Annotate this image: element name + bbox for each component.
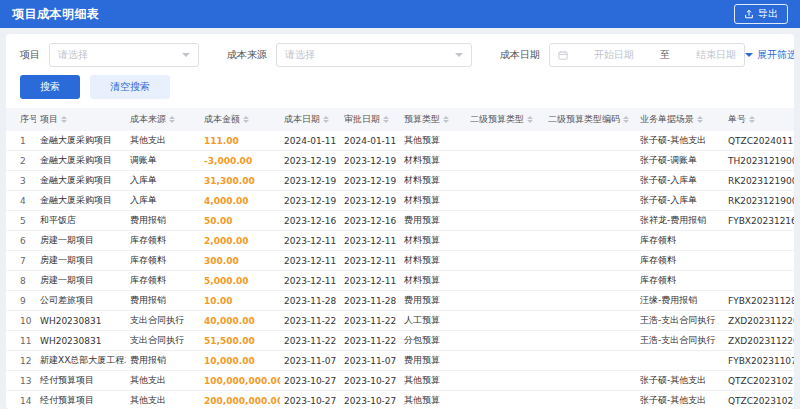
cost-source-filter-label: 成本来源 [227,48,267,62]
cell-sub-budget-type-code [544,311,636,331]
table-row[interactable]: 8房建一期项目库存领料5,000.002023-12-112023-12-11材… [6,271,794,291]
table-row[interactable]: 9公司差旅项目费用报销10.002023-11-282023-11-28费用预算… [6,291,794,311]
cell-business-doc-scene: 张子硕-入库单 [636,191,724,211]
table-body: 1金融大厦采购项目其他支出111.002024-01-112024-01-11其… [6,131,794,409]
cell-cost-date: 2023-10-27 [280,371,340,391]
cell-sub-budget-type [466,231,544,251]
cell-budget-type: 材料预算 [400,251,466,271]
cell-cost-source: 费用报销 [126,211,200,231]
table-row[interactable]: 2金融大厦采购项目调账单-3,000.002023-12-192023-12-1… [6,151,794,171]
table-row[interactable]: 4金融大厦采购项目入库单4,000.002023-12-192023-12-19… [6,191,794,211]
cost-date-range-picker[interactable]: 开始日期 至 结束日期 [549,43,745,67]
column-header-budget-type[interactable]: 预算类型 [400,108,466,131]
search-button[interactable]: 搜索 [20,75,80,99]
column-header-sub-budget-type-code[interactable]: 二级预算类型编码 [544,108,636,131]
sort-icon[interactable] [443,116,449,123]
cell-budget-type: 人工预算 [400,311,466,331]
sort-icon[interactable] [61,116,67,123]
cell-cost-date: 2023-12-16 [280,211,340,231]
cell-business-doc-scene: 王浩-支出合同执行 [636,311,724,331]
table-row[interactable]: 1金融大厦采购项目其他支出111.002024-01-112024-01-11其… [6,131,794,151]
column-header-cost-amount[interactable]: 成本金额 [200,108,280,131]
sort-icon[interactable] [243,116,249,123]
cell-budget-type: 费用预算 [400,291,466,311]
cell-sub-budget-type [466,311,544,331]
column-header-cost-source[interactable]: 成本来源 [126,108,200,131]
cell-doc-number [724,271,794,291]
cell-cost-date: 2023-11-07 [280,351,340,371]
clear-search-button[interactable]: 清空搜索 [90,75,170,99]
table-row[interactable]: 7房建一期项目库存领料300.002023-12-112023-12-11材料预… [6,251,794,271]
column-header-project[interactable]: 项目 [36,108,126,131]
table-header-row: 序号项目成本来源成本金额成本日期审批日期预算类型二级预算类型二级预算类型编码业务… [6,108,794,131]
table-row[interactable]: 14经付预算项目其他支出200,000,000.002023-10-272023… [6,391,794,409]
cell-cost-source: 费用报销 [126,351,200,371]
cell-sub-budget-type-code [544,271,636,291]
table-row[interactable]: 6房建一期项目库存领料2,000.002023-12-112023-12-11材… [6,231,794,251]
sort-icon[interactable] [749,116,755,123]
cell-sub-budget-type [466,271,544,291]
cell-sub-budget-type [466,331,544,351]
cost-source-select[interactable]: 请选择 [276,43,472,67]
column-header-cost-date[interactable]: 成本日期 [280,108,340,131]
cell-business-doc-scene: 库存领料 [636,271,724,291]
cell-project: 金融大厦采购项目 [36,151,126,171]
column-header-sub-budget-type[interactable]: 二级预算类型 [466,108,544,131]
cell-sub-budget-type-code [544,371,636,391]
cell-cost-source: 支出合同执行 [126,331,200,351]
sort-icon[interactable] [623,116,629,123]
cell-doc-number [724,251,794,271]
export-button[interactable]: 导出 [734,4,788,24]
cell-business-doc-scene: 张子硕-入库单 [636,171,724,191]
expand-filter-toggle[interactable]: 展开筛选 [745,48,794,62]
column-label: 项目 [40,114,58,124]
cell-cost-date: 2023-12-11 [280,231,340,251]
cell-cost-amount: 50.00 [200,211,280,231]
cell-cost-source: 库存领料 [126,271,200,291]
column-header-business-doc-scene[interactable]: 业务单据场景 [636,108,724,131]
cell-sub-budget-type-code [544,231,636,251]
cell-project: 金融大厦采购项目 [36,191,126,211]
filter-actions: 搜索 清空搜索 [6,73,794,108]
table-row[interactable]: 11WH20230831支出合同执行51,500.002023-11-22202… [6,331,794,351]
cell-cost-source: 调账单 [126,151,200,171]
cell-project: 房建一期项目 [36,231,126,251]
sort-icon[interactable] [169,116,175,123]
cell-sub-budget-type [466,251,544,271]
cell-approval-date: 2023-11-28 [340,291,400,311]
cell-doc-number: ZXD20231122002 [724,311,794,331]
sort-icon[interactable] [697,116,703,123]
column-label: 成本金额 [204,114,240,124]
cost-date-filter-group: 成本日期 开始日期 至 结束日期 [500,43,745,67]
cell-business-doc-scene: 张子硕-其他支出 [636,131,724,151]
cell-business-doc-scene: 库存领料 [636,231,724,251]
table-row[interactable]: 13经付预算项目其他支出100,000,000.002023-10-272023… [6,371,794,391]
column-header-doc-number[interactable]: 单号 [724,108,794,131]
cell-approval-date: 2023-12-11 [340,231,400,251]
column-label: 成本日期 [284,114,320,124]
cell-approval-date: 2023-10-27 [340,371,400,391]
project-filter-label: 项目 [20,48,40,62]
column-header-index[interactable]: 序号 [6,108,36,131]
cell-cost-amount: 31,300.00 [200,171,280,191]
project-select[interactable]: 请选择 [49,43,199,67]
cell-cost-source: 其他支出 [126,391,200,409]
table-row[interactable]: 10WH20230831支出合同执行40,000.002023-11-22202… [6,311,794,331]
date-separator: 至 [660,48,670,62]
cell-sub-budget-type-code [544,251,636,271]
sort-icon[interactable] [323,116,329,123]
cell-sub-budget-type-code [544,191,636,211]
cell-budget-type: 其他预算 [400,391,466,409]
table-row[interactable]: 3金融大厦采购项目入库单31,300.002023-12-192023-12-1… [6,171,794,191]
sort-icon[interactable] [383,116,389,123]
cell-cost-source: 库存领料 [126,251,200,271]
cell-approval-date: 2023-11-22 [340,331,400,351]
cell-budget-type: 其他预算 [400,371,466,391]
column-header-approval-date[interactable]: 审批日期 [340,108,400,131]
cell-sub-budget-type-code [544,151,636,171]
sort-icon[interactable] [527,116,533,123]
table-row[interactable]: 12新建XX总部大厦工程二期费用报销10,000.002023-11-07202… [6,351,794,371]
cell-project: 金融大厦采购项目 [36,131,126,151]
cell-sub-budget-type-code [544,331,636,351]
table-row[interactable]: 5和平饭店费用报销50.002023-12-162023-12-16费用预算张祥… [6,211,794,231]
